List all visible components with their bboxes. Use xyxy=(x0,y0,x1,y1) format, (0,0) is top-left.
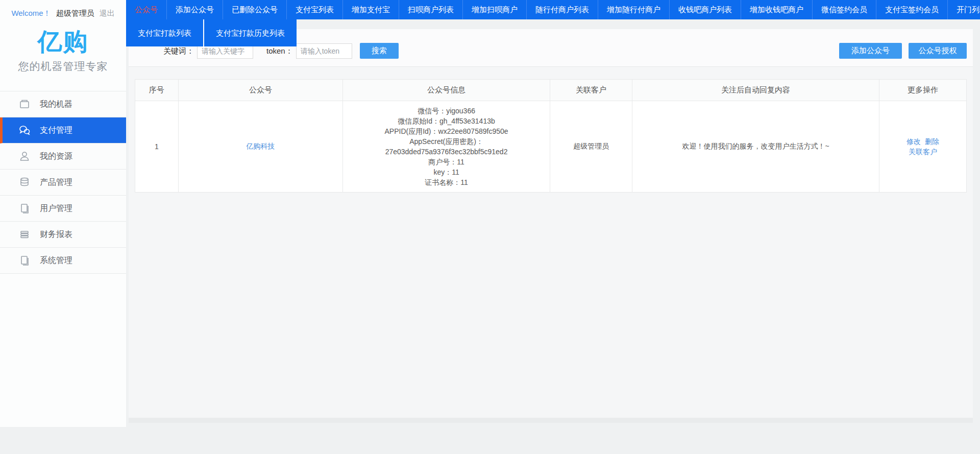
person-icon xyxy=(18,150,31,162)
report-icon xyxy=(18,228,31,241)
sidebar-item-product-management[interactable]: 产品管理 xyxy=(0,170,126,196)
brand-logo: 亿购 xyxy=(0,28,126,56)
nav-tab-shouqianba-merchant-list[interactable]: 收钱吧商户列表 xyxy=(670,0,741,19)
logo-block: 亿购 您的机器管理专家 xyxy=(0,28,126,74)
nav-tab-add-shouqianba-merchant[interactable]: 增加收钱吧商户 xyxy=(741,0,813,19)
sidebar-item-label: 系统管理 xyxy=(40,255,72,266)
action-line-1: 修改 删除 xyxy=(883,136,963,147)
top-nav: 公众号 添加公众号 已删除公众号 支付宝列表 增加支付宝 扫呗商户列表 增加扫呗… xyxy=(126,0,980,19)
sidebar-item-user-management[interactable]: 用户管理 xyxy=(0,196,126,222)
add-official-account-button[interactable]: 添加公众号 xyxy=(839,43,902,59)
current-user: 超级管理员 xyxy=(56,9,94,18)
sidebar-item-system-management[interactable]: 系统管理 xyxy=(0,248,126,274)
document-icon xyxy=(18,254,31,267)
cell-client: 超级管理员 xyxy=(550,101,632,193)
cell-auto-reply: 欢迎！使用我们的服务，改变用户生活方式！~ xyxy=(632,101,879,193)
action-line-2: 关联客户 xyxy=(883,147,963,157)
delete-link[interactable]: 删除 xyxy=(925,137,939,146)
pages-icon xyxy=(18,202,31,214)
nav-tab-add-official-account[interactable]: 添加公众号 xyxy=(167,0,223,19)
header-actions: 更多操作 xyxy=(879,80,966,101)
sidebar-item-label: 产品管理 xyxy=(40,177,72,188)
sidebar-item-label: 用户管理 xyxy=(40,203,72,214)
info-appsecret-label: AppSecret(应用密匙)： xyxy=(346,136,547,147)
wechat-pay-icon xyxy=(18,124,31,136)
nav-tab-deleted-official-accounts[interactable]: 已删除公众号 xyxy=(223,0,287,19)
account-name-link[interactable]: 亿购科技 xyxy=(246,142,275,150)
nav-tab-alipay-list[interactable]: 支付宝列表 xyxy=(287,0,343,19)
cell-index: 1 xyxy=(135,101,179,193)
header-account-info: 公众号信息 xyxy=(343,80,550,101)
welcome-bar: Welcome！ 超级管理员 退出 xyxy=(0,0,126,23)
sidebar-menu: 我的机器 支付管理 我的资源 产品管理 用户管理 xyxy=(0,91,126,274)
official-accounts-table: 序号 公众号 公众号信息 关联客户 关注后自动回复内容 更多操作 1 亿购科技 xyxy=(135,79,967,193)
token-input[interactable] xyxy=(296,43,352,59)
subtab-alipay-payout-list[interactable]: 支付宝打款列表 xyxy=(126,19,203,46)
cell-actions: 修改 删除 关联客户 xyxy=(879,101,966,193)
sub-nav: 支付宝打款列表 支付宝打款历史列表 xyxy=(126,19,297,46)
nav-tab-add-saobei-merchant[interactable]: 增加扫呗商户 xyxy=(463,0,527,19)
info-wechat-id: 微信号：yigou366 xyxy=(346,106,547,116)
sidebar-item-my-resources[interactable]: 我的资源 xyxy=(0,144,126,170)
cell-account-info: 微信号：yigou366 微信原始Id：gh_4ff53e31413b APPI… xyxy=(343,101,550,193)
edit-link[interactable]: 修改 xyxy=(906,137,921,146)
header-account: 公众号 xyxy=(178,80,343,101)
sidebar: Welcome！ 超级管理员 退出 亿购 您的机器管理专家 我的机器 支付管理 … xyxy=(0,0,126,427)
machine-icon xyxy=(18,98,31,110)
sidebar-item-label: 我的机器 xyxy=(40,99,72,110)
table-row: 1 亿购科技 微信号：yigou366 微信原始Id：gh_4ff53e3141… xyxy=(135,101,967,193)
welcome-text: Welcome！ xyxy=(11,9,51,18)
sidebar-item-financial-reports[interactable]: 财务报表 xyxy=(0,222,126,248)
info-merchant-id: 商户号：11 xyxy=(346,157,547,167)
nav-tab-wechat-signed-members[interactable]: 微信签约会员 xyxy=(813,0,876,19)
nav-tab-saobei-merchant-list[interactable]: 扫呗商户列表 xyxy=(399,0,463,19)
header-auto-reply: 关注后自动回复内容 xyxy=(632,80,879,101)
info-appid: APPID(应用Id)：wx22ee807589fc950e xyxy=(346,126,547,136)
info-cert-name: 证书名称：11 xyxy=(346,177,547,187)
nav-tab-door-list[interactable]: 开门列表 xyxy=(948,0,980,19)
header-index: 序号 xyxy=(135,80,179,101)
search-button[interactable]: 搜索 xyxy=(360,43,399,59)
link-client-link[interactable]: 关联客户 xyxy=(909,148,937,156)
brand-tagline: 您的机器管理专家 xyxy=(0,59,126,74)
sidebar-item-label: 支付管理 xyxy=(40,125,72,136)
info-original-id: 微信原始Id：gh_4ff53e31413b xyxy=(346,116,547,126)
subtab-alipay-payout-history-list[interactable]: 支付宝打款历史列表 xyxy=(203,19,297,46)
nav-tab-add-alipay[interactable]: 增加支付宝 xyxy=(343,0,399,19)
sidebar-item-label: 财务报表 xyxy=(40,229,72,240)
header-client: 关联客户 xyxy=(550,80,632,101)
cell-account: 亿购科技 xyxy=(178,101,343,193)
sidebar-item-payment-management[interactable]: 支付管理 xyxy=(0,117,126,144)
official-account-auth-button[interactable]: 公众号授权 xyxy=(909,43,967,59)
main-panel: 关键词： token： 搜索 添加公众号 公众号授权 序号 公众号 公众号信息 xyxy=(129,29,973,423)
table-header-row: 序号 公众号 公众号信息 关联客户 关注后自动回复内容 更多操作 xyxy=(135,80,967,101)
content-area: 公众号 添加公众号 已删除公众号 支付宝列表 增加支付宝 扫呗商户列表 增加扫呗… xyxy=(126,0,980,454)
info-appsecret-value: 27e03dded75a9376f3ec32bbf5c91ed2 xyxy=(346,147,547,157)
table-wrapper: 序号 公众号 公众号信息 关联客户 关注后自动回复内容 更多操作 1 亿购科技 xyxy=(129,67,973,193)
sidebar-item-label: 我的资源 xyxy=(40,151,72,162)
database-icon xyxy=(18,176,31,188)
nav-tab-official-accounts[interactable]: 公众号 xyxy=(126,0,167,19)
nav-tab-suixingfu-merchant-list[interactable]: 随行付商户列表 xyxy=(527,0,598,19)
nav-tab-add-suixingfu-merchant[interactable]: 增加随行付商户 xyxy=(598,0,670,19)
info-key: key：11 xyxy=(346,167,547,177)
logout-link[interactable]: 退出 xyxy=(100,9,115,18)
nav-tab-alipay-signed-members[interactable]: 支付宝签约会员 xyxy=(876,0,948,19)
sidebar-item-my-machines[interactable]: 我的机器 xyxy=(0,91,126,117)
